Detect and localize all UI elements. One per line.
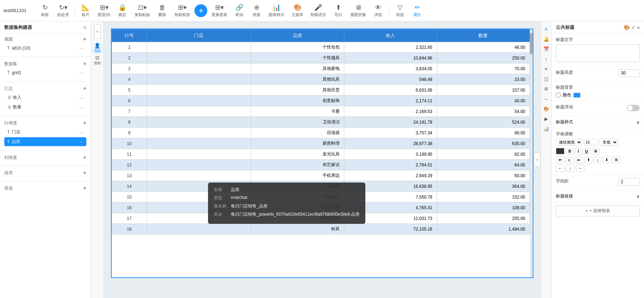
dataset-item-more-0[interactable]: ··· [79,70,83,76]
sidebar-view-item-0[interactable]: T a81h (10) ··· [4,44,86,52]
rowdim-item-more-1[interactable]: ··· [79,139,83,145]
align-left-btn[interactable]: ⬅ [556,156,564,163]
nav-center-btn[interactable]: ↕ [566,165,574,172]
right-color-checkbox[interactable] [556,93,561,97]
toolbar-convert[interactable]: ⊞▾ 更换图表 [209,2,230,19]
toolbar-smart-frame[interactable]: ⊞▾ 智能框架 [172,2,193,19]
view-item-more-0[interactable]: ··· [79,45,83,51]
sidebar-sort-add[interactable]: + [83,170,86,176]
sidebar-rowdim-add[interactable]: + [83,120,86,126]
toolbar-ruler[interactable]: 📐 标尺 [78,2,93,19]
font-size-input[interactable] [584,139,598,145]
select-report-btn[interactable]: + + 选择报表 [556,205,640,216]
sidebar-rowdim-item-0[interactable]: T 门店 ··· [4,128,86,137]
toolbar-export[interactable]: ⬆ 导出 [330,2,346,19]
scroll-track[interactable] [530,29,533,277]
toolbar-sep-1 [75,4,75,17]
toolbar-batch[interactable]: ↻▾ 批处理 [54,2,72,19]
right-title-style-section[interactable]: 标题样式 ∨ [552,116,644,128]
agg-item-more-1[interactable]: ··· [79,104,83,110]
table-cell-11-4: 64.00 [437,160,529,170]
right-title-text-input[interactable] [556,44,640,62]
italic-button[interactable]: I [575,148,581,154]
header-row: 行号 门店 品类 收入 数量 [112,30,530,42]
left-collapse-btn[interactable]: « [94,24,101,38]
agg-item-more-0[interactable]: ··· [79,95,83,101]
right-collapse-btn[interactable]: » [534,153,541,167]
right-icon-calendar[interactable]: 📅 [542,44,551,53]
toolbar-join[interactable]: ⊕ 拼接 [249,2,264,19]
font-name-select[interactable]: 微软雅黑 [556,139,582,146]
align-right-btn[interactable]: ⮕ [574,157,583,163]
rowdim-item-more-0[interactable]: ··· [79,129,83,135]
sidebar-filter-add[interactable]: + [83,185,86,191]
right-title-float-toggle[interactable] [627,105,640,111]
toolbar-chart-style[interactable]: 📊 图表样式 [266,2,287,19]
toolbar-properties[interactable]: ✏ 属性 [409,2,425,19]
toolbar-filter[interactable]: ▽ 筛选 [392,2,408,19]
underline-button[interactable]: U [583,148,590,154]
table-cell-6-4: 54.00 [437,106,529,117]
right-title-link-section[interactable]: 标题链接 ∨ [552,190,644,202]
nav-right-btn[interactable]: → [576,165,584,172]
toolbar-view-switch[interactable]: 🖥 视图切换 [348,2,369,19]
right-letter-spacing-label: 字间距 [556,178,569,184]
right-title-height-input[interactable] [618,69,640,77]
right-icon-animate[interactable]: ▶ [542,114,551,123]
sidebar-datasets-add[interactable]: + [83,61,86,67]
sidebar-coldim-add[interactable]: + [83,154,86,161]
right-panel-icon-expand[interactable]: » [637,25,640,30]
right-icon-list[interactable]: ≡ [542,64,551,73]
bold-button[interactable]: B [566,148,574,154]
sidebar-agg-item-1[interactable]: .0 数量 ··· [4,103,86,112]
toolbar-smart-lang[interactable]: 🎤 智能语言 [308,2,329,19]
right-panel-icon-palette[interactable]: 🎨 [624,25,630,30]
view-item-icon-0: T [7,46,10,51]
expand-btn[interactable]: ⊞ [612,156,620,163]
right-icon-exchange[interactable]: ↔ [542,94,551,103]
toolbar-browse[interactable]: 👁 浏览 [370,2,386,19]
toolbar-lock[interactable]: 🔒 锁定 [115,2,130,19]
sidebar-datasets-title: 数据集 [4,61,17,67]
right-icon-chart[interactable]: 📊 [542,124,551,133]
toolbar-delete[interactable]: 🗑 删除 [154,2,170,19]
table-cell-3-3: 548.48 [344,74,437,85]
align-middle-btn[interactable]: ↕ [594,157,601,163]
sidebar-collapse-icon[interactable]: ≡ [83,25,86,30]
table-row: 9压缩袋3,757.3490.00 [112,128,530,138]
align-center-btn[interactable]: ≡ [566,157,573,163]
middle-nav-view[interactable]: 👤 视图 [92,43,103,53]
toolbar-layer[interactable]: ⊞▾ 图层(0) [95,2,113,19]
sidebar-dataset-item-0[interactable]: T grid1 ··· [4,68,86,77]
right-color-swatch[interactable] [573,93,580,98]
right-icon-style[interactable]: 🎨 [542,104,551,113]
table-cell-17-3: 72,105.18 [344,224,437,235]
toolbar-refresh[interactable]: ↻ 刷新 [37,2,53,19]
right-icon-alert[interactable]: 🔔 [542,34,551,43]
strikethrough-button[interactable]: S [592,148,599,154]
table-cell-9-1 [147,138,251,149]
font-color-block[interactable] [556,148,564,154]
nav-left-btn[interactable]: ← [556,165,564,172]
right-icon-row[interactable]: ↕ [542,54,551,63]
sidebar-rowdim-item-1[interactable]: T 品类 ··· [4,137,86,146]
align-top-btn[interactable]: ⬆ [584,156,593,163]
right-title-bg-section: 标题背景 颜色 [552,82,644,101]
tooltip-name-value: 品类 [231,187,239,193]
add-button[interactable]: + [194,4,207,17]
sidebar-agg-item-0[interactable]: .0 收入 ··· [4,93,86,102]
sidebar-views-add[interactable]: + [83,36,86,42]
toolbar-copypaste[interactable]: ⊡▾ 复制粘贴 [132,2,153,19]
right-icon-settings[interactable]: ⚙ [542,84,551,93]
align-bottom-btn[interactable]: ⬇ [603,156,611,163]
sidebar-agg-add[interactable]: + [83,85,86,92]
right-panel-icon-check[interactable]: ✓ [631,25,635,30]
toolbar-theme[interactable]: 🎨 主题库 [289,2,306,19]
middle-nav-chart[interactable]: ⊟ 图图 [92,55,103,66]
toolbar-link[interactable]: 🔗 联动 [232,2,247,19]
right-letter-spacing-input[interactable] [618,178,640,186]
right-icon-grid[interactable]: ◫ [542,74,551,83]
right-icon-text[interactable]: A [542,24,551,34]
scroll-thumb[interactable] [530,33,533,54]
font-style-select[interactable]: 常规 [599,139,618,146]
